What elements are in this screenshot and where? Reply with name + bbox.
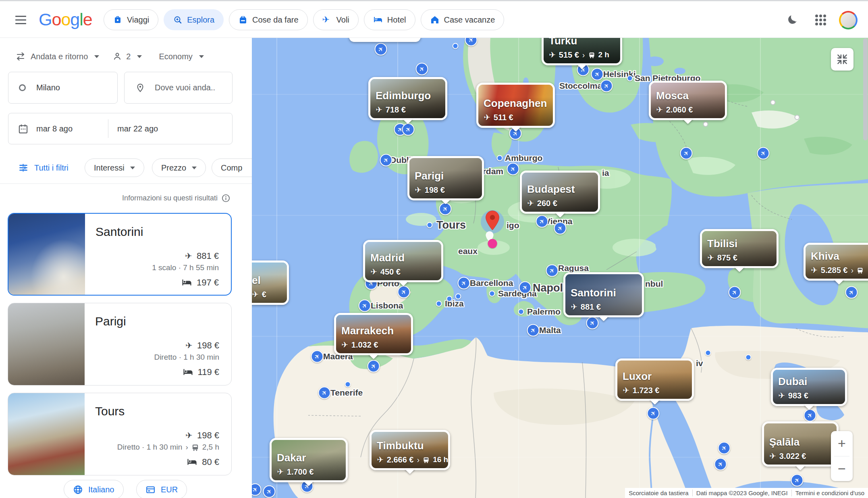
airport-plane-marker[interactable]: ✈ xyxy=(536,215,548,228)
result-card-parigi[interactable]: Parigi ✈198 € Diretto · 1 h 30 min 119 € xyxy=(8,303,232,385)
destination-field[interactable] xyxy=(124,72,233,104)
airport-plane-marker[interactable]: ✈ xyxy=(519,281,532,294)
page-scrollbar[interactable] xyxy=(863,38,868,140)
airport-plane-marker[interactable]: ✈ xyxy=(465,38,478,46)
info-icon[interactable] xyxy=(221,194,230,203)
zoom-out-button[interactable]: − xyxy=(831,456,853,481)
destination-input[interactable] xyxy=(155,83,215,92)
exit-fullscreen-button[interactable] xyxy=(831,48,853,71)
airport-plane-marker[interactable]: ✈ xyxy=(368,360,380,373)
map-card-city: Turku xyxy=(549,38,577,47)
map-destination-card-şalāla[interactable]: Şalāla✈3.022 € xyxy=(762,421,839,467)
airport-plane-marker[interactable]: ✈ xyxy=(546,265,559,277)
map-destination-card-dubai[interactable]: Dubai✈983 € xyxy=(771,368,847,406)
airport-plane-marker[interactable]: ✈ xyxy=(647,407,660,420)
map-destination-card-edimburgo[interactable]: Edimburgo✈718 € xyxy=(368,77,447,120)
airport-plane-marker[interactable]: ✈ xyxy=(591,68,604,81)
map-card-partial[interactable] xyxy=(349,38,421,42)
map-destination-card-dakar[interactable]: Dakar✈1.700 € xyxy=(270,438,348,482)
main-menu-button[interactable] xyxy=(11,10,30,29)
map-destination-card-tbilisi[interactable]: Tbilisi✈875 € xyxy=(700,229,779,268)
map-card-photo: Dubai✈983 € xyxy=(773,370,845,404)
nav-tab-esplora[interactable]: Esplora xyxy=(164,9,224,30)
filter-chip-prezzo[interactable]: Prezzo xyxy=(152,158,206,177)
map-destination-card-santorini[interactable]: Santorini✈881 € xyxy=(563,272,644,317)
google-logo[interactable]: Google xyxy=(39,1,92,38)
zoom-in-button[interactable]: + xyxy=(831,431,853,456)
map-destination-card-madrid[interactable]: Madrid✈450 € xyxy=(363,240,443,282)
nav-tab-voli[interactable]: ✈Voli xyxy=(313,9,359,30)
globe-icon xyxy=(73,485,83,495)
map-card-city: Khiva xyxy=(811,250,839,263)
map-card-city: Dakar xyxy=(277,452,306,464)
map-destination-card-timbuktu[interactable]: Timbuktu✈2.666 €›16 h xyxy=(370,430,450,470)
depart-date[interactable]: mar 8 ago xyxy=(36,124,107,133)
keyboard-shortcuts-link[interactable]: Scorciatoie da tastiera xyxy=(625,490,692,496)
explore-map[interactable]: StoccolmaHelsinkiSan PietroburgoAmburgoe… xyxy=(252,38,868,498)
language-button[interactable]: Italiano xyxy=(64,480,124,498)
nav-tab-hotel[interactable]: Hotel xyxy=(364,9,415,30)
map-destination-card-el[interactable]: el✈€ xyxy=(252,260,289,305)
map-destination-card-copenaghen[interactable]: Copenaghen✈511 € xyxy=(476,83,555,128)
airport-plane-marker[interactable]: ✈ xyxy=(729,286,741,299)
airport-plane-marker[interactable]: ✈ xyxy=(714,458,727,471)
airport-plane-marker[interactable]: ✈ xyxy=(718,442,731,454)
airport-plane-marker[interactable]: ✈ xyxy=(680,147,693,160)
map-card-price: 881 € xyxy=(581,302,601,312)
airport-plane-marker[interactable]: ✈ xyxy=(586,317,599,329)
map-destination-card-parigi[interactable]: Parigi✈198 € xyxy=(407,156,484,200)
currency-button[interactable]: EUR xyxy=(136,480,187,498)
airport-plane-marker[interactable]: ✈ xyxy=(600,80,613,92)
route-info: Diretto · 1 h 30 min xyxy=(154,353,219,362)
airport-plane-marker[interactable]: ✈ xyxy=(757,147,770,160)
dates-field[interactable]: mar 8 ago mar 22 ago xyxy=(8,113,233,144)
passengers-select[interactable]: 2 xyxy=(112,52,142,61)
map-city-label: igo xyxy=(507,221,519,230)
trip-type-select[interactable]: Andata e ritorno xyxy=(15,52,99,61)
nav-tab-case-vacanze[interactable]: Case vacanze xyxy=(421,9,505,30)
dark-mode-button[interactable] xyxy=(783,10,802,29)
airport-plane-marker[interactable]: ✈ xyxy=(458,277,470,290)
nav-tab-viaggi[interactable]: Viaggi xyxy=(104,9,158,30)
airport-plane-marker[interactable]: ✈ xyxy=(845,286,858,299)
airport-plane-marker[interactable]: ✈ xyxy=(439,203,452,215)
airport-plane-marker[interactable]: ✈ xyxy=(416,63,428,75)
cabin-class-select[interactable]: Economy xyxy=(159,52,204,61)
map-destination-card-luxor[interactable]: Luxor✈1.723 € xyxy=(615,358,694,401)
filter-chip-interessi[interactable]: Interessi xyxy=(85,158,144,177)
airport-plane-marker[interactable]: ✈ xyxy=(804,409,816,422)
airport-plane-marker[interactable]: ✈ xyxy=(554,222,567,235)
airport-plane-marker[interactable]: ✈ xyxy=(527,324,540,337)
airport-plane-marker[interactable]: ✈ xyxy=(263,485,276,498)
nav-tab-cose-da-fare[interactable]: Cose da fare xyxy=(229,9,308,30)
airport-plane-marker[interactable]: ✈ xyxy=(791,474,804,487)
airport-plane-marker[interactable]: ✈ xyxy=(380,154,392,167)
map-destination-card-khiva[interactable]: Khiva✈5.285 €› xyxy=(804,243,868,281)
map-destination-card-turku[interactable]: Turku✈515 €›2 h xyxy=(542,38,622,65)
terms-link[interactable]: Termini e condizioni d'uso xyxy=(791,490,868,496)
airport-plane-marker[interactable]: ✈ xyxy=(318,387,331,399)
city-dot-marker xyxy=(446,296,453,302)
origin-field[interactable] xyxy=(8,72,118,104)
result-card-tours[interactable]: Tours ✈198 € Diretto · 1 h 30 min › 2,5 … xyxy=(8,393,232,475)
airport-plane-marker[interactable]: ✈ xyxy=(311,350,324,363)
airport-plane-marker[interactable]: ✈ xyxy=(402,123,415,136)
map-destination-card-mosca[interactable]: Mosca✈2.060 € xyxy=(649,81,727,120)
all-filters-button[interactable]: Tutti i filtri xyxy=(18,163,69,173)
map-card-price: 260 € xyxy=(537,199,557,208)
airport-plane-marker[interactable]: ✈ xyxy=(375,43,387,56)
airport-plane-marker[interactable]: ✈ xyxy=(507,163,519,175)
airport-plane-marker[interactable]: ✈ xyxy=(252,483,262,496)
map-destination-card-budapest[interactable]: Budapest✈260 € xyxy=(520,171,600,214)
airport-plane-marker[interactable]: ✈ xyxy=(398,286,410,298)
map-destination-card-marrakech[interactable]: Marrakech✈1.032 € xyxy=(334,313,413,355)
origin-input[interactable] xyxy=(36,83,97,92)
return-date[interactable]: mar 22 ago xyxy=(117,124,158,133)
account-avatar[interactable] xyxy=(839,11,858,29)
google-apps-button[interactable] xyxy=(811,10,830,29)
result-card-santorini[interactable]: Santorini ✈881 € 1 scalo · 7 h 55 min 19… xyxy=(8,213,232,296)
map-card-city: Parigi xyxy=(415,170,444,182)
filter-chip-compagnie[interactable]: Comp xyxy=(212,158,252,177)
airport-plane-marker[interactable]: ✈ xyxy=(359,300,371,312)
apps-grid-icon xyxy=(815,15,826,25)
